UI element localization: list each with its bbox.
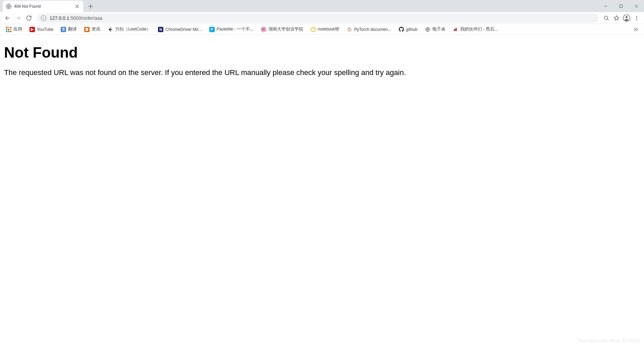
bookmark-label: notebook呀 (318, 26, 339, 32)
minimize-button[interactable] (598, 0, 613, 12)
bookmark-translate[interactable]: 文 翻译 (58, 25, 79, 33)
url-path: :5000/order/aaa (69, 15, 102, 21)
bookmark-label: 资讯 (92, 26, 100, 32)
bookmark-label: 湖南大学创业学院 (268, 26, 303, 32)
globe-icon (425, 27, 430, 32)
watermark-text: https://blog.csdn.net/qq_42136832 (578, 338, 640, 343)
bookmark-label: PyTorch documen... (354, 27, 391, 32)
github-icon (398, 27, 404, 32)
profile-avatar-icon[interactable] (622, 13, 631, 23)
back-button[interactable] (3, 13, 12, 23)
forward-button[interactable] (13, 13, 23, 23)
partners-icon (453, 27, 458, 32)
pytorch-icon (347, 27, 352, 32)
reload-button[interactable] (24, 13, 34, 23)
close-tab-button[interactable] (74, 4, 80, 9)
bookmarks-bar: 应用 ▶ YouTube 文 翻译 📋 资讯 力扣（LeetCode） N Ch… (0, 24, 644, 35)
bookmark-notebook[interactable]: ◯ notebook呀 (308, 25, 342, 33)
maximize-button[interactable] (613, 0, 629, 12)
bookmark-star-icon[interactable] (612, 13, 621, 23)
svg-point-7 (636, 19, 637, 20)
zoom-icon[interactable] (602, 13, 611, 23)
browser-tab[interactable]: 404 Not Found (3, 1, 83, 12)
tab-strip: 404 Not Found (0, 0, 644, 12)
bookmark-pytorch[interactable]: PyTorch documen... (344, 25, 394, 33)
menu-icon[interactable] (632, 13, 641, 23)
bookmark-pasteme[interactable]: P PasteMe - 一个不... (207, 25, 256, 33)
bookmarks-overflow-button[interactable] (631, 25, 641, 34)
svg-rect-10 (455, 28, 457, 31)
bookmark-hnu[interactable]: 创 湖南大学创业学院 (258, 25, 306, 33)
site-info-icon[interactable]: i (41, 15, 46, 21)
news-icon: 📋 (84, 27, 90, 32)
window-controls (598, 0, 644, 12)
bookmark-youtube[interactable]: ▶ YouTube (27, 25, 56, 33)
address-bar[interactable]: i 127.0.0.1:5000/order/aaa (37, 13, 598, 23)
url-host: 127.0.0.1 (50, 15, 69, 21)
page-heading: Not Found (4, 44, 640, 61)
page-content: Not Found The requested URL was not foun… (0, 35, 644, 86)
bookmark-label: 电子表 (432, 26, 445, 32)
youtube-icon: ▶ (30, 27, 35, 32)
bookmark-label: github (406, 27, 417, 32)
translate-icon: 文 (61, 27, 66, 32)
svg-rect-1 (620, 5, 622, 7)
bookmark-leetcode[interactable]: 力扣（LeetCode） (105, 25, 153, 33)
bookmark-chromedriver[interactable]: N ChromeDriver Mir... (155, 25, 204, 33)
bookmark-label: YouTube (37, 27, 53, 32)
bookmark-label: 翻译 (68, 26, 77, 32)
tab-title: 404 Not Found (14, 4, 72, 9)
globe-icon (6, 4, 11, 9)
bookmark-label: ChromeDriver Mir... (165, 27, 202, 32)
bookmark-label: PasteMe - 一个不... (217, 26, 254, 32)
svg-point-4 (626, 16, 628, 18)
bookmark-label: 力扣（LeetCode） (115, 26, 151, 32)
hnu-icon: 创 (261, 27, 266, 32)
url-text: 127.0.0.1:5000/order/aaa (50, 15, 594, 21)
bookmark-partners[interactable]: 我的伙伴们 - 黑石... (450, 25, 501, 33)
bookmark-news[interactable]: 📋 资讯 (82, 25, 103, 33)
leetcode-icon (108, 27, 113, 32)
svg-rect-9 (454, 29, 455, 31)
bookmark-label: 我的伙伴们 - 黑石... (460, 26, 498, 32)
apps-shortcut[interactable]: 应用 (3, 25, 25, 33)
new-tab-button[interactable] (86, 2, 95, 11)
pasteme-icon: P (209, 27, 215, 32)
browser-toolbar: i 127.0.0.1:5000/order/aaa (0, 12, 644, 24)
svg-point-6 (636, 17, 637, 18)
bookmark-spreadsheet[interactable]: 电子表 (422, 25, 448, 33)
apps-grid-icon (6, 27, 11, 32)
svg-point-5 (636, 16, 637, 17)
close-window-button[interactable] (629, 0, 644, 12)
page-message: The requested URL was not found on the s… (4, 68, 640, 77)
toolbar-right (602, 13, 641, 23)
apps-label: 应用 (13, 26, 22, 32)
notebook-icon: ◯ (311, 27, 316, 32)
bookmark-github[interactable]: github (396, 25, 420, 33)
chromedriver-icon: N (158, 27, 163, 32)
